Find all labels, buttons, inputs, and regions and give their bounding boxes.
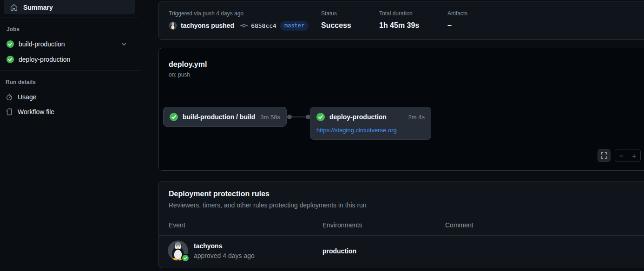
job-name: build-production — [19, 40, 65, 48]
approver-name: tachyons — [194, 242, 222, 250]
fit-view-button[interactable] — [598, 149, 611, 162]
approval-event: approved 4 days ago — [194, 252, 255, 259]
sidebar-item-workflow-file[interactable]: Workflow file — [0, 105, 136, 119]
status-label: Status — [321, 10, 351, 17]
zoom-out-button[interactable]: − — [615, 149, 628, 161]
column-header-comment: Comment — [445, 221, 473, 229]
home-icon — [10, 4, 18, 11]
commit-sha-link[interactable]: 6858cc4 — [251, 22, 276, 29]
table-divider — [159, 235, 644, 236]
duration-label: Total duration — [379, 10, 419, 17]
deployment-protection-rules-card: Deployment protection rules Reviewers, t… — [158, 181, 644, 268]
job-node-duration: 2m 4s — [408, 114, 425, 121]
usage-label: Usage — [18, 93, 36, 101]
duration-column: Total duration 1h 45m 39s — [379, 10, 419, 30]
status-column: Status Success — [321, 10, 351, 30]
sidebar-item-usage[interactable]: Usage — [0, 90, 136, 104]
environment-name: production — [322, 247, 356, 255]
job-name: deploy-production — [19, 56, 70, 63]
job-node-row: deploy-production 2m 4s — [310, 107, 431, 127]
sidebar-divider — [0, 71, 139, 71]
check-circle-icon — [316, 113, 325, 121]
workflow-trigger: on: push — [169, 71, 190, 78]
artifacts-label: Artifacts — [447, 10, 467, 17]
job-node-duration: 3m 58s — [260, 114, 280, 121]
column-header-event: Event — [169, 221, 185, 229]
status-value: Success — [321, 21, 351, 30]
workflow-file-name: deploy.yml — [169, 60, 207, 69]
fullscreen-icon — [601, 152, 607, 159]
check-circle-icon — [7, 40, 14, 48]
artifacts-value: – — [447, 21, 467, 30]
approver-avatar[interactable] — [168, 240, 188, 261]
sidebar-item-job-deploy-production[interactable]: deploy-production — [0, 52, 136, 66]
workflow-file-label: Workflow file — [18, 108, 54, 116]
zoom-in-button[interactable]: + — [628, 149, 641, 161]
pushed-row: tachyons pushed 6858cc4 master — [169, 20, 309, 31]
job-node-name: deploy-production — [329, 113, 387, 121]
duration-value: 1h 45m 39s — [379, 21, 419, 30]
trigger-column: Triggered via push 4 days ago tachyons p… — [169, 10, 309, 31]
branch-badge[interactable]: master — [280, 21, 309, 31]
run-sidebar: Summary Jobs build-production deploy-pro… — [0, 0, 139, 271]
job-node-name: build-production / build — [183, 113, 255, 121]
job-node-build-production[interactable]: build-production / build 3m 58s — [163, 107, 287, 127]
workflow-file-icon — [6, 108, 13, 116]
sidebar-item-job-build-production[interactable]: build-production — [0, 37, 136, 51]
column-header-environments: Environments — [322, 221, 362, 229]
sidebar-divider — [0, 18, 139, 18]
rules-title: Deployment protection rules — [169, 190, 269, 198]
deployment-url-link[interactable]: https://staging.circuitverse.org — [310, 127, 431, 138]
workflow-graph-card: deploy.yml on: push build-production / b… — [158, 48, 644, 171]
job-node-deploy-production[interactable]: deploy-production 2m 4s https://staging.… — [310, 107, 431, 140]
check-circle-icon — [170, 113, 178, 121]
triggered-label: Triggered via push 4 days ago — [169, 10, 309, 17]
jobs-section-label: Jobs — [7, 26, 20, 32]
git-commit-icon — [240, 22, 248, 29]
sidebar-item-summary[interactable]: Summary — [4, 0, 135, 14]
chevron-down-icon[interactable] — [121, 41, 127, 47]
rules-subtitle: Reviewers, timers, and other rules prote… — [169, 201, 367, 209]
job-node-row: build-production / build 3m 58s — [164, 107, 286, 127]
run-details-section-label: Run details — [6, 79, 36, 85]
stopwatch-icon — [6, 93, 13, 101]
actor-avatar[interactable] — [169, 21, 177, 30]
run-summary-header-card: Triggered via push 4 days ago tachyons p… — [158, 1, 644, 40]
artifacts-column: Artifacts – — [447, 10, 467, 30]
connector-dot — [287, 115, 292, 119]
check-circle-icon — [7, 56, 14, 63]
job-connector-line — [289, 116, 308, 117]
approved-check-icon — [181, 254, 190, 262]
zoom-controls: − + — [615, 149, 641, 162]
sidebar-summary-label: Summary — [23, 4, 53, 11]
actor-pushed-link[interactable]: tachyons pushed — [181, 22, 234, 29]
